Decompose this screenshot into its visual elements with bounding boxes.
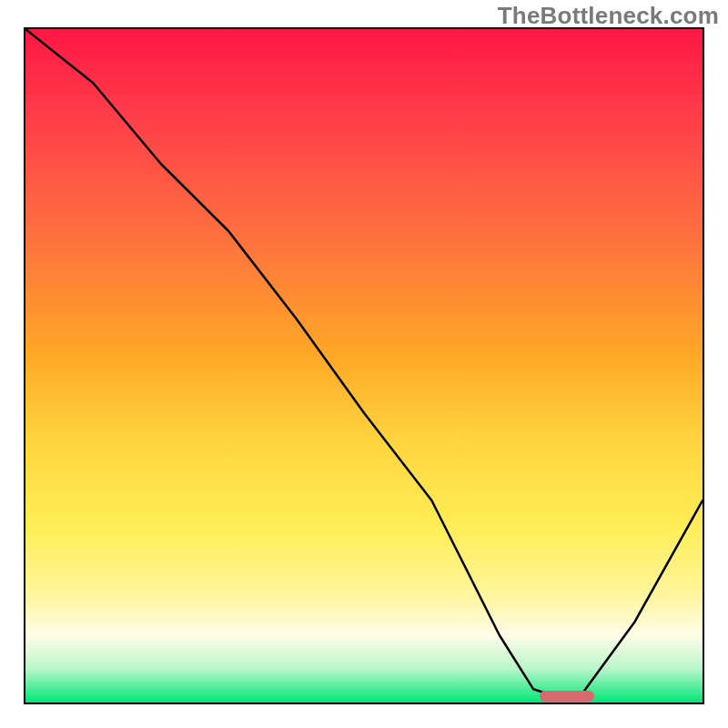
chart-frame: TheBottleneck.com [0,0,728,728]
watermark-text: TheBottleneck.com [498,2,719,30]
plot-area [24,27,704,704]
bottleneck-curve [25,29,703,703]
optimal-range-marker [540,691,594,702]
